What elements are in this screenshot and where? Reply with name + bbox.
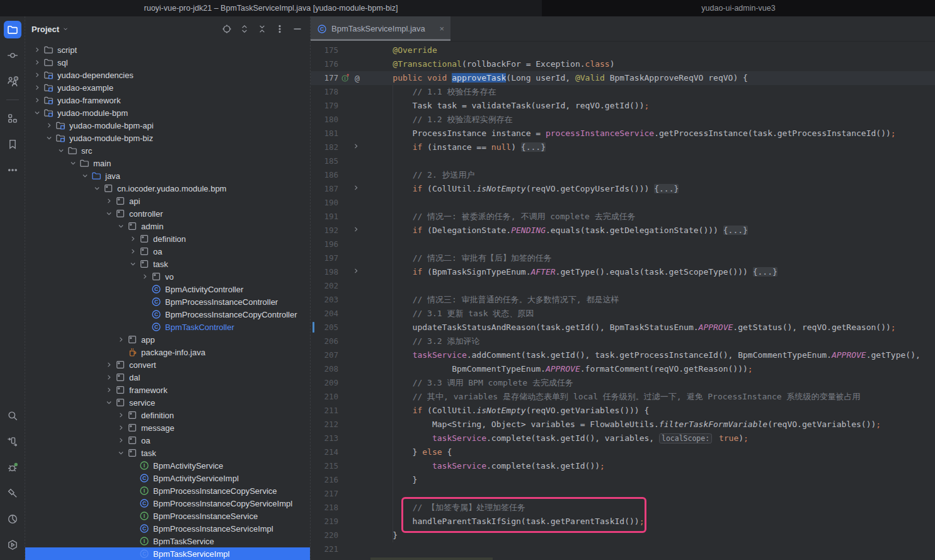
chevron-right-icon[interactable] [32,84,43,91]
chevron-right-icon[interactable] [32,71,43,79]
code-line-190[interactable]: 190 [311,196,935,210]
tree-item-bpmactivityserviceimpl[interactable]: CBpmActivityServiceImpl [25,472,310,484]
tree-item-vo[interactable]: vo [25,270,310,283]
folded-block[interactable]: {...} [723,226,748,235]
tree-item-definition[interactable]: definition [25,232,310,245]
code-line-203[interactable]: 203 // 情况三: 审批普通的任务。大多数情况下, 都是这样 [311,293,935,307]
code-line-177[interactable]: 177I@ public void approveTask(Long userI… [311,71,935,85]
tree-item-task[interactable]: task [25,447,310,459]
chevron-right-icon[interactable] [127,248,139,255]
toolwindow-profiler-button[interactable] [4,510,21,528]
toolwindow-bookmarks-button[interactable] [4,135,21,153]
fold-chevron-icon[interactable] [352,267,360,275]
toolwindow-more-tool-windows-button[interactable] [4,161,21,179]
code-line-187[interactable]: 187 if (CollUtil.isNotEmpty(reqVO.getCop… [311,182,935,196]
tree-item-message[interactable]: message [25,421,310,434]
code-line-180[interactable]: 180 // 1.2 校验流程实例存在 [311,113,935,127]
tree-item-task[interactable]: task [25,258,310,270]
toolwindow-project-button[interactable] [4,21,21,38]
tree-item-yudao-module-bpm[interactable]: yudao-module-bpm [25,106,310,119]
code-line-216[interactable]: 216 } [311,473,935,487]
tree-item-bpmprocessinstancecopyserviceimpl[interactable]: CBpmProcessInstanceCopyServiceImpl [25,497,310,510]
hide-icon[interactable] [292,24,302,34]
chevron-right-icon[interactable] [115,437,127,444]
chevron-down-icon[interactable] [55,147,67,154]
annotation-indicator-icon[interactable]: @ [355,72,360,86]
code-line-181[interactable]: 181 ProcessInstance instance = processIn… [311,127,935,140]
fold-chevron-icon[interactable] [352,226,360,233]
tree-item-yudao-example[interactable]: yudao-example [25,81,310,94]
tree-item-script[interactable]: script [25,43,310,56]
code-line-209[interactable]: 209 // 3.3 调用 BPM complete 去完成任务 [311,376,935,390]
tree-item-app[interactable]: app [25,333,310,346]
code-line-212[interactable]: 212 Map<String, Object> variables = Flow… [311,418,935,431]
tree-item-service[interactable]: service [25,396,310,409]
project-view-selector[interactable]: Project [32,25,69,34]
code-line-218[interactable]: 218 // 【加签专属】处理加签任务 [311,501,935,515]
chevron-down-icon[interactable] [79,172,91,180]
code-line-197[interactable]: 197 // 情况二: 审批有【后】加签的任务 [311,251,935,265]
chevron-down-icon[interactable] [103,210,115,217]
tree-item-oa[interactable]: oa [25,245,310,258]
code-line-207[interactable]: 207 taskService.addComment(task.getId(),… [311,348,935,362]
chevron-right-icon[interactable] [115,336,127,343]
tree-item-api[interactable]: api [25,195,310,207]
tree-item-bpmtaskserviceimpl[interactable]: CBpmTaskServiceImpl [25,547,310,560]
code-line-220[interactable]: 220 } [311,529,935,542]
tab-bpmtaskserviceimpl[interactable]: C BpmTaskServiceImpl.java × [311,16,450,41]
tree-item-admin[interactable]: admin [25,220,310,232]
chevron-right-icon[interactable] [139,273,151,280]
chevron-right-icon[interactable] [103,361,115,369]
fold-chevron-icon[interactable] [352,142,360,150]
expand-all-icon[interactable] [239,24,250,34]
options-icon[interactable] [275,24,285,34]
code-line-185[interactable]: 185 [311,154,935,168]
toolwindow-endpoints-button[interactable] [4,433,21,450]
chevron-right-icon[interactable] [127,235,139,243]
chevron-right-icon[interactable] [43,122,55,129]
tree-item-bpmprocessinstanceservice[interactable]: IBpmProcessInstanceService [25,510,310,522]
tree-item-cn-iocoder-yudao-module-bpm[interactable]: cn.iocoder.yudao.module.bpm [25,182,310,195]
code-line-205[interactable]: 205 updateTaskStatusAndReason(task.getId… [311,321,935,334]
code-line-175[interactable]: 175 @Override [311,43,935,57]
tree-item-framework[interactable]: framework [25,384,310,396]
chevron-right-icon[interactable] [32,59,43,66]
code-line-179[interactable]: 179 Task task = validateTask(userId, req… [311,99,935,113]
code-line-186[interactable]: 186 // 2. 抄送用户 [311,168,935,182]
tree-item-dal[interactable]: dal [25,371,310,384]
chevron-down-icon[interactable] [67,159,79,167]
tree-item-package-info-java[interactable]: package-info.java [25,346,310,358]
code-area[interactable]: 175 @Override176 @Transactional(rollback… [311,42,935,560]
chevron-right-icon[interactable] [32,46,43,54]
toolwindow-commit-button[interactable] [4,47,21,64]
tree-item-convert[interactable]: convert [25,358,310,371]
chevron-down-icon[interactable] [91,185,103,192]
chevron-down-icon[interactable] [115,449,127,457]
tree-item-bpmtaskcontroller[interactable]: CBpmTaskController [25,321,310,333]
code-line-221[interactable]: 221 [311,542,935,556]
tree-item-bpmprocessinstancecopyservice[interactable]: IBpmProcessInstanceCopyService [25,484,310,497]
chevron-right-icon[interactable] [103,374,115,381]
code-line-214[interactable]: 214 } else { [311,445,935,459]
code-line-182[interactable]: 182 if (instance == null) {...} [311,140,935,154]
code-line-206[interactable]: 206 // 3.2 添加评论 [311,334,935,348]
code-line-213[interactable]: 213 taskService.complete(task.getId(), v… [311,431,935,445]
toolwindow-search-button[interactable] [4,407,21,425]
tree-item-yudao-dependencies[interactable]: yudao-dependencies [25,69,310,81]
collapse-all-icon[interactable] [257,24,267,34]
tree-item-java[interactable]: java [25,169,310,182]
code-line-198[interactable]: 198 if (BpmTaskSignTypeEnum.AFTER.getTyp… [311,265,935,279]
code-line-219[interactable]: 219 handleParentTaskIfSign(task.getParen… [311,515,935,529]
chevron-down-icon[interactable] [32,109,43,117]
tree-item-bpmprocessinstancecontroller[interactable]: CBpmProcessInstanceController [25,295,310,308]
code-line-208[interactable]: 208 BpmCommentTypeEnum.APPROVE.formatCom… [311,362,935,376]
chevron-right-icon[interactable] [115,424,127,431]
tree-item-sql[interactable]: sql [25,56,310,69]
chevron-down-icon[interactable] [103,399,115,406]
tree-item-bpmprocessinstancecopycontroller[interactable]: CBpmProcessInstanceCopyController [25,308,310,321]
tree-item-yudao-module-bpm-biz[interactable]: yudao-module-bpm-biz [25,132,310,144]
code-line-204[interactable]: 204 // 3.1 更新 task 状态、原因 [311,307,935,321]
tree-item-bpmactivityservice[interactable]: IBpmActivityService [25,459,310,472]
folded-block[interactable]: {...} [753,267,777,277]
tree-item-main[interactable]: main [25,157,310,169]
